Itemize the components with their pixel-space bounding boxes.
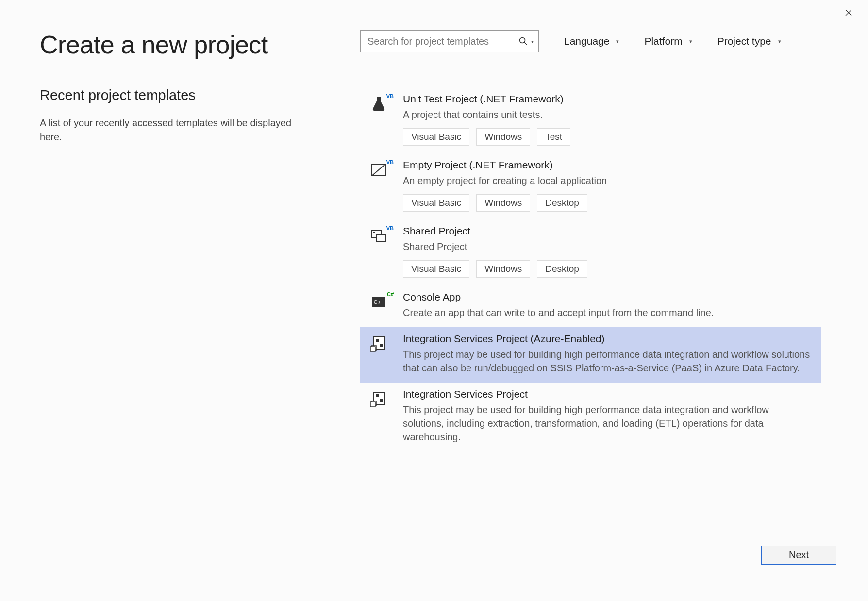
template-body: Shared ProjectShared ProjectVisual Basic… (403, 225, 812, 278)
svg-rect-7 (377, 235, 385, 242)
recent-templates-heading: Recent project templates (40, 87, 312, 103)
template-body: Integration Services ProjectThis project… (403, 388, 812, 444)
template-tag: Windows (476, 128, 530, 146)
next-button[interactable]: Next (761, 546, 836, 565)
template-name: Console App (403, 291, 812, 303)
template-tag: Visual Basic (403, 260, 469, 278)
empty-project-icon: VB (370, 161, 391, 183)
template-body: Integration Services Project (Azure-Enab… (403, 333, 812, 375)
template-body: Console AppCreate an app that can write … (403, 291, 812, 319)
ssis-project-icon (370, 390, 391, 412)
template-name: Integration Services Project (Azure-Enab… (403, 333, 812, 345)
svg-rect-18 (380, 399, 383, 402)
template-tag: Desktop (537, 194, 587, 212)
template-tag: Windows (476, 194, 530, 212)
language-badge: VB (386, 93, 394, 99)
flask-project-icon: VB (370, 95, 391, 117)
search-icon[interactable] (518, 36, 528, 46)
svg-rect-20 (370, 402, 375, 407)
template-item[interactable]: VBUnit Test Project (.NET Framework)A pr… (360, 87, 821, 153)
template-tag: Visual Basic (403, 128, 469, 146)
svg-point-2 (520, 38, 525, 43)
template-name: Shared Project (403, 225, 812, 237)
search-dropdown-icon[interactable]: ▾ (531, 39, 534, 44)
svg-line-5 (372, 164, 385, 176)
svg-line-3 (524, 42, 527, 45)
platform-filter-label: Platform (644, 35, 682, 47)
search-box[interactable]: ▾ (360, 30, 539, 52)
template-name: Empty Project (.NET Framework) (403, 159, 812, 171)
template-item[interactable]: Integration Services Project (Azure-Enab… (360, 327, 821, 383)
platform-filter[interactable]: Platform ▾ (644, 35, 692, 47)
template-description: Shared Project (403, 240, 812, 253)
chevron-down-icon: ▾ (616, 38, 619, 45)
template-tag: Visual Basic (403, 194, 469, 212)
recent-templates-description: A list of your recently accessed templat… (40, 116, 312, 144)
chevron-down-icon: ▾ (778, 38, 781, 45)
template-tag: Desktop (537, 260, 587, 278)
svg-rect-8 (373, 232, 375, 233)
template-name: Unit Test Project (.NET Framework) (403, 93, 812, 105)
close-icon (845, 8, 852, 18)
template-item[interactable]: Integration Services ProjectThis project… (360, 383, 821, 451)
template-item[interactable]: C:\C#Console AppCreate an app that can w… (360, 285, 821, 327)
template-description: A project that contains unit tests. (403, 108, 812, 121)
template-tag: Test (537, 128, 570, 146)
search-input[interactable] (367, 36, 518, 47)
language-badge: VB (386, 225, 394, 231)
language-filter-label: Language (564, 35, 609, 47)
chevron-down-icon: ▾ (689, 38, 692, 45)
template-item[interactable]: VBShared ProjectShared ProjectVisual Bas… (360, 219, 821, 285)
svg-rect-13 (380, 344, 383, 347)
template-description: This project may be used for building hi… (403, 348, 812, 375)
template-tags: Visual BasicWindowsDesktop (403, 260, 812, 278)
template-description: An empty project for creating a local ap… (403, 174, 812, 187)
template-name: Integration Services Project (403, 388, 812, 400)
template-description: Create an app that can write to and acce… (403, 306, 812, 319)
language-filter[interactable]: Language ▾ (564, 35, 619, 47)
template-list: VBUnit Test Project (.NET Framework)A pr… (360, 87, 821, 451)
language-badge: VB (386, 159, 394, 165)
template-tags: Visual BasicWindowsDesktop (403, 194, 812, 212)
project-type-filter-label: Project type (718, 35, 771, 47)
project-type-filter[interactable]: Project type ▾ (718, 35, 781, 47)
shared-project-icon: VB (370, 227, 391, 249)
template-tags: Visual BasicWindowsTest (403, 128, 812, 146)
ssis-project-icon (370, 335, 391, 356)
next-button-label: Next (789, 550, 809, 561)
language-badge: C# (386, 291, 394, 297)
template-description: This project may be used for building hi… (403, 403, 812, 444)
svg-text:C:\: C:\ (374, 300, 380, 305)
svg-rect-17 (376, 394, 379, 397)
template-item[interactable]: VBEmpty Project (.NET Framework)An empty… (360, 153, 821, 219)
close-button[interactable] (839, 6, 858, 20)
svg-rect-15 (370, 347, 375, 351)
template-body: Unit Test Project (.NET Framework)A proj… (403, 93, 812, 146)
svg-rect-12 (376, 339, 379, 342)
template-tag: Windows (476, 260, 530, 278)
template-body: Empty Project (.NET Framework)An empty p… (403, 159, 812, 212)
console-project-icon: C:\C# (370, 293, 391, 315)
